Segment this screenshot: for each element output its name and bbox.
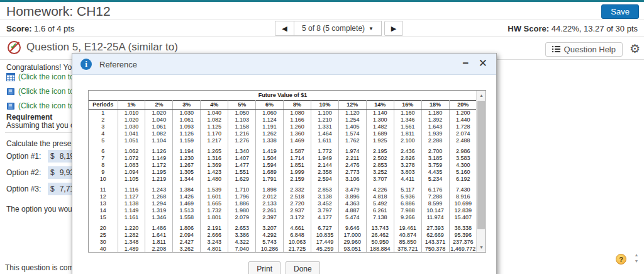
done-button[interactable]: Done	[286, 261, 320, 274]
table-cell: 7.430	[449, 186, 477, 193]
close-icon[interactable]: ✕	[479, 57, 487, 70]
table-cell: 1.898	[256, 186, 284, 193]
table-cell: 1.194	[173, 148, 201, 155]
table-cell: 1.851	[284, 162, 311, 169]
table-header-cell: 1%	[118, 101, 145, 110]
table-cell: 1.641	[145, 232, 173, 239]
table-row: 251.2821.6412.0942.6663.3864.2926.84810.…	[89, 232, 477, 239]
save-button[interactable]: Save	[601, 4, 639, 19]
top-accent-bar	[0, 0, 644, 2]
table-cell: 2.488	[449, 137, 477, 144]
table-cell: 1.340	[228, 148, 256, 155]
question-help-button[interactable]: Question Help	[545, 42, 623, 57]
table-cell: 1.051	[118, 137, 145, 144]
table-cell: 5	[89, 137, 118, 144]
table-cell: 2.853	[311, 186, 338, 193]
table-cell: 1.170	[201, 130, 228, 137]
table-cell: 1.093	[173, 123, 201, 130]
table-cell: 1.083	[118, 162, 145, 169]
reference-table-body: Future Value of $1Periods1%2%3%4%5%6%8%1…	[89, 91, 477, 252]
scroll-down-icon[interactable]: ▼	[477, 243, 486, 252]
hw-score-value: 44.22%, 13.27 of 30 pts	[549, 24, 638, 33]
table-cell: 1.060	[256, 110, 284, 117]
table-cell: 1.103	[228, 117, 256, 123]
modal-header[interactable]: i Reference – ✕	[72, 54, 496, 75]
table-cell: 1.294	[145, 200, 173, 207]
table-cell: 1.423	[201, 169, 228, 176]
table-cell: 1.464	[311, 130, 338, 137]
table-cell: 3.707	[366, 176, 394, 183]
table-cell: 1.094	[118, 169, 145, 176]
gear-icon[interactable]: ⚙	[630, 42, 640, 55]
question-position-dropdown[interactable]: 5 of 8 (5 complete) ▼	[294, 21, 382, 36]
table-cell: 1.384	[173, 186, 201, 193]
minimize-icon[interactable]: –	[463, 57, 469, 69]
table-cell: 4.177	[311, 214, 338, 221]
table-cell: 2.720	[284, 200, 311, 207]
scrollbar-thumb[interactable]	[477, 101, 485, 229]
page-scrollbar[interactable]: ▲ ▼	[633, 253, 640, 263]
table-cell: 1.125	[201, 123, 228, 130]
table-cell: 3.278	[394, 162, 421, 169]
table-cell: 3.583	[449, 155, 477, 162]
table-cell: 1.149	[145, 155, 173, 162]
table-cell: 1.949	[311, 155, 338, 162]
table-row: 41.0411.0821.1261.1701.2161.2621.3601.46…	[89, 130, 477, 137]
book-icon	[6, 88, 15, 96]
table-header-cell: 16%	[394, 101, 421, 110]
table-cell: 13.743	[366, 225, 394, 232]
question-position-label: 5 of 8 (5 complete)	[302, 24, 365, 33]
print-button[interactable]: Print	[248, 261, 280, 274]
table-scrollbar[interactable]: ▲ ▼	[476, 91, 486, 252]
table-cell: 1.714	[284, 155, 311, 162]
table-cell: 3.759	[421, 162, 449, 169]
help-icon[interactable]: ?	[616, 254, 626, 265]
table-cell: 95.396	[449, 232, 477, 239]
table-cell: 2.594	[311, 176, 338, 183]
scroll-up-icon[interactable]: ▲	[635, 253, 639, 257]
table-cell: 9.646	[338, 225, 366, 232]
table-row: 101.1051.2191.3441.4801.6291.7912.1592.5…	[89, 176, 477, 183]
table-cell: 3.262	[173, 246, 201, 252]
table-cell: 1.469	[284, 137, 311, 144]
table-cell: 1.346	[145, 214, 173, 221]
table-header-cell: 6%	[256, 101, 284, 110]
table-cell: 1.265	[201, 148, 228, 155]
table-cell: 3.479	[338, 186, 366, 193]
table-cell: 237.376	[449, 239, 477, 246]
table-cell: 4.818	[366, 193, 394, 200]
currency-symbol: $	[50, 152, 55, 161]
table-cell: 1.300	[366, 117, 394, 123]
prev-question-button[interactable]: ◀	[275, 21, 294, 36]
table-cell: 2.476	[338, 162, 366, 169]
table-cell: 1.504	[256, 155, 284, 162]
table-cell: 4.801	[201, 246, 228, 252]
table-cell: 1.587	[284, 148, 311, 155]
table-row: 201.2201.4861.8062.1912.6533.2074.6616.7…	[89, 225, 477, 232]
table-cell: 1.486	[145, 225, 173, 232]
scroll-up-icon[interactable]: ▲	[477, 91, 486, 100]
table-cell: 1.158	[228, 123, 256, 130]
table-cell: 1.728	[449, 123, 477, 130]
next-question-button[interactable]: ▶	[384, 21, 403, 36]
table-row: 151.1611.3461.5581.8012.0792.3973.1724.1…	[89, 214, 477, 221]
table-cell: 6	[89, 148, 118, 155]
table-cell: 1.440	[449, 117, 477, 123]
table-cell: 4.887	[338, 207, 366, 214]
table-cell: 6.727	[311, 225, 338, 232]
score-value: 1.6 of 4 pts	[31, 24, 74, 33]
table-cell: 2.502	[366, 155, 394, 162]
table-row: 21.0201.0401.0611.0821.1031.1241.1661.21…	[89, 117, 477, 123]
table-cell: 1.191	[256, 123, 284, 130]
scroll-down-icon[interactable]: ▼	[635, 259, 639, 263]
table-cell: 2	[89, 117, 118, 123]
table-cell: 1.629	[228, 176, 256, 183]
table-cell: 2.332	[284, 186, 311, 193]
table-cell: 1.811	[394, 130, 421, 137]
table-cell: 2.937	[284, 207, 311, 214]
table-header-cell: 20%	[449, 101, 477, 110]
table-cell: 1.140	[366, 110, 394, 117]
table-icon	[6, 73, 15, 81]
table-cell: 188.884	[366, 246, 394, 252]
table-cell: 1.166	[284, 117, 311, 123]
